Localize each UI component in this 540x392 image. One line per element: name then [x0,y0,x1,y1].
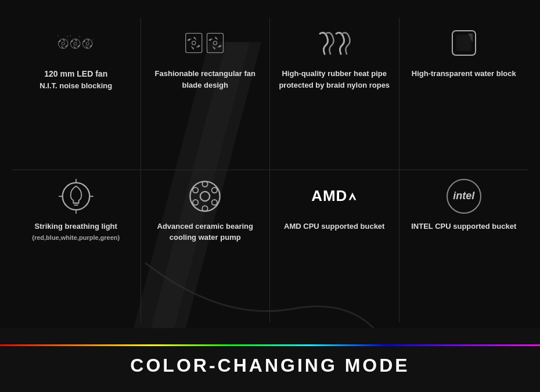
fan-title: 120 mm LED fan N.I.T. noise blocking [39,68,112,92]
svg-point-15 [214,41,217,45]
breathing-light-title: Striking breathing light (red,blue,white… [32,221,120,243]
light-icon [56,179,96,214]
svg-point-6 [74,42,77,45]
svg-point-28 [212,187,217,192]
rubber-pipe-title: High-quality rubber heat pipe protected … [276,68,393,91]
svg-point-29 [212,199,217,204]
feature-rect-fan: Fashionable rectangular fan blade desigh [141,17,271,170]
feature-amd-cpu: AMD AMD CPU supported bucket [270,170,399,323]
svg-text:✦: ✦ [92,39,93,41]
svg-point-18 [62,182,89,210]
water-block-title: High-transparent water block [412,68,516,80]
svg-text:✦: ✦ [67,35,69,38]
amd-logo: AMD [311,187,357,205]
amd-cpu-title: AMD CPU supported bucket [284,221,384,232]
svg-text:✦: ✦ [68,39,69,41]
fan-icon: ✦ ✦ ✦ ✦ ✦ [56,26,96,61]
pump-icon [185,179,225,214]
svg-text:✦: ✦ [79,35,81,38]
svg-point-25 [190,181,220,211]
svg-point-13 [192,41,196,45]
feature-fan-120: ✦ ✦ ✦ ✦ ✦ [12,17,141,170]
water-block-icon [444,26,484,61]
svg-point-10 [86,42,89,45]
color-changing-title: COLOR-CHANGING MODE [130,355,409,376]
svg-rect-12 [186,34,202,53]
svg-point-31 [193,199,198,204]
svg-point-32 [193,187,198,192]
svg-point-26 [200,191,210,200]
feature-water-block: High-transparent water block [399,17,529,170]
feature-ceramic-pump: Advanced ceramic bearing cooling water p… [141,170,271,323]
rainbow-divider [0,344,540,346]
svg-point-1 [62,42,64,45]
bottom-section: COLOR-CHANGING MODE [0,328,540,392]
intel-icon: intel [444,179,484,214]
svg-rect-17 [456,35,471,51]
svg-text:✦: ✦ [57,35,59,37]
svg-point-30 [203,206,208,211]
feature-intel-cpu: intel INTEL CPU supported bucket [399,170,529,323]
intel-cpu-title: INTEL CPU supported bucket [411,221,516,232]
rect-fan-icon [185,26,225,61]
svg-text:✦: ✦ [70,35,71,37]
feature-rubber-pipe: High-quality rubber heat pipe protected … [270,17,399,170]
main-container: ✦ ✦ ✦ ✦ ✦ [0,0,540,392]
feature-breathing-light: Striking breathing light (red,blue,white… [12,170,141,323]
ceramic-pump-title: Advanced ceramic bearing cooling water p… [147,221,264,243]
svg-point-27 [203,181,208,186]
features-grid: ✦ ✦ ✦ ✦ ✦ [0,0,540,328]
rope-icon [314,26,355,61]
intel-logo: intel [447,179,481,214]
rect-fan-title: Fashionable rectangular fan blade desigh [147,68,264,91]
svg-rect-14 [207,34,224,53]
amd-icon: AMD [314,179,355,214]
